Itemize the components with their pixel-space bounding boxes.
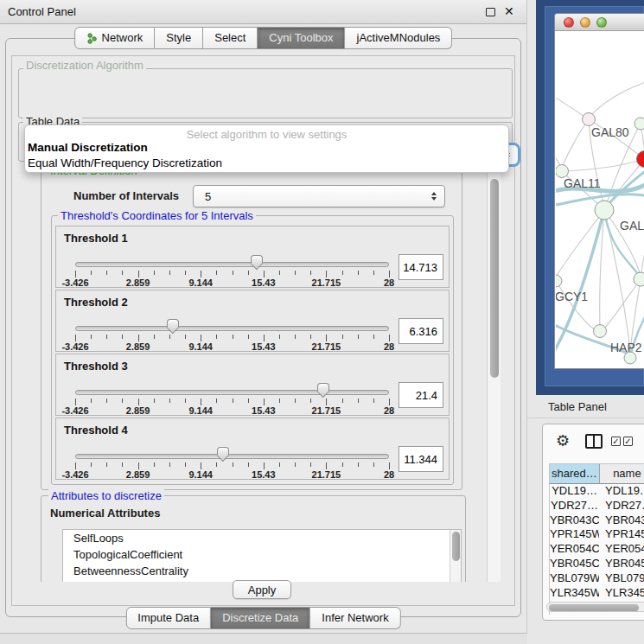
network-node[interactable]: [637, 151, 644, 168]
settings-scrollbar[interactable]: [487, 163, 501, 582]
table-cell[interactable]: YER054C: [599, 542, 644, 557]
table-panel-title: Table Panel: [548, 400, 607, 413]
network-canvas[interactable]: GAL80GACGAL11GAL4GCY1HHAP2: [556, 31, 644, 369]
table-horizontal-scrollbar[interactable]: [546, 602, 644, 612]
tab-select[interactable]: Select: [203, 27, 258, 49]
network-node[interactable]: [556, 275, 562, 287]
table-row[interactable]: YDL19…YDL19…: [550, 484, 644, 499]
table-cell[interactable]: YBR043C: [599, 513, 644, 528]
slider-track[interactable]: [75, 262, 389, 267]
network-node[interactable]: [595, 201, 614, 220]
threshold-card: Threshold 4 -3.4262.8599.14415.4321.7152…: [55, 418, 450, 480]
select-all-checkbox-icon[interactable]: ✓: [611, 437, 621, 446]
slider-tick: [169, 462, 170, 467]
float-icon[interactable]: [486, 8, 495, 16]
slider-tick-label: 15.43: [252, 405, 276, 416]
table-row[interactable]: YBR043CYBR043C: [550, 513, 644, 528]
slider-track[interactable]: [75, 326, 389, 331]
table-cell[interactable]: YPR145W: [599, 527, 644, 542]
close-icon[interactable]: ✕: [504, 4, 514, 18]
threshold-slider[interactable]: -3.4262.8599.14415.4321.71528: [75, 226, 389, 289]
table-row[interactable]: YLR345WYLR345W: [550, 586, 644, 601]
network-node[interactable]: [634, 272, 644, 286]
table-cell[interactable]: YDL19…: [599, 484, 644, 499]
threshold-value-input[interactable]: [399, 254, 443, 280]
network-edge[interactable]: [605, 279, 641, 328]
table-cell[interactable]: YDL19…: [550, 484, 599, 499]
column-header-shared-name[interactable]: shared…: [550, 464, 600, 484]
threshold-slider[interactable]: -3.4262.8599.14415.4321.71528: [75, 354, 389, 417]
slider-track[interactable]: [75, 390, 389, 395]
minimize-traffic-light-icon[interactable]: [580, 17, 590, 28]
table-cell[interactable]: YDR27…: [599, 499, 644, 513]
network-window-titlebar[interactable]: [555, 14, 644, 31]
tab-network[interactable]: Network: [74, 27, 156, 49]
table-cell[interactable]: YBR045C: [599, 557, 644, 571]
algorithm-option-manual[interactable]: Manual Discretization: [25, 140, 508, 156]
table-row[interactable]: YBL079WYBL079W: [550, 571, 644, 586]
slider-track[interactable]: [75, 454, 389, 459]
attribute-list-item[interactable]: SelfLoops: [63, 530, 461, 546]
slider-tick: [138, 271, 139, 277]
table-row[interactable]: YPR145WYPR145W: [550, 527, 644, 542]
tab-jactivemnodules[interactable]: jActiveMNodules: [346, 27, 453, 49]
table-row[interactable]: YDR27…YDR27…: [550, 499, 644, 513]
slider-tick: [233, 399, 233, 403]
table-cell[interactable]: YER054C: [550, 542, 599, 557]
tab-label: Cyni Toolbox: [269, 28, 333, 48]
tab-style[interactable]: Style: [155, 27, 203, 49]
network-node[interactable]: [624, 352, 636, 364]
close-traffic-light-icon[interactable]: [564, 17, 574, 28]
slider-thumb[interactable]: [166, 319, 180, 335]
tab-cyni-toolbox[interactable]: Cyni Toolbox: [258, 27, 345, 49]
table-row[interactable]: YER054CYER054C: [550, 542, 644, 557]
network-node[interactable]: [594, 325, 607, 338]
attributes-groupbox: Attributes to discretize Numerical Attri…: [41, 495, 466, 582]
threshold-slider[interactable]: -3.4262.8599.14415.4321.71528: [75, 290, 389, 353]
slider-tick-label: 28: [384, 277, 394, 288]
algorithm-placeholder-option[interactable]: Select algorithm to view settings: [25, 125, 508, 140]
column-header-name[interactable]: name: [600, 464, 644, 484]
table-cell[interactable]: YPR145W: [550, 527, 599, 542]
slider-tick-label: 15.43: [252, 341, 276, 352]
attributes-scrollbar[interactable]: [450, 530, 461, 582]
slider-thumb[interactable]: [216, 447, 230, 462]
column-layout-icon[interactable]: [585, 434, 603, 449]
slider-tick: [358, 462, 359, 467]
attribute-list-item[interactable]: TopologicalCoefficient: [63, 546, 461, 563]
table-cell[interactable]: YLR345W: [550, 586, 599, 601]
table-cell[interactable]: YBL079W: [550, 571, 599, 586]
table-cell[interactable]: YLR345W: [599, 586, 644, 601]
network-node[interactable]: [583, 113, 596, 126]
table-cell[interactable]: YBR045C: [550, 557, 599, 571]
network-edge[interactable]: [557, 210, 604, 276]
threshold-value-input[interactable]: [399, 382, 443, 408]
gear-icon[interactable]: ⚙: [556, 431, 570, 450]
slider-tick: [233, 271, 233, 275]
threshold-value-input[interactable]: [399, 446, 443, 472]
table-cell[interactable]: YBL079W: [599, 571, 644, 586]
network-edge[interactable]: [563, 119, 589, 166]
num-intervals-spinner[interactable]: 5: [193, 185, 445, 207]
algorithm-option-equal-width[interactable]: Equal Width/Frequency Discretization: [25, 156, 508, 171]
network-node[interactable]: [634, 118, 644, 130]
network-edge[interactable]: [590, 79, 644, 116]
zoom-traffic-light-icon[interactable]: [596, 17, 607, 28]
table-cell[interactable]: YDR27…: [550, 499, 599, 513]
slider-tick-labels: -3.4262.8599.14415.4321.71528: [75, 405, 389, 416]
slider-thumb[interactable]: [250, 255, 264, 271]
slider-tick: [295, 399, 296, 403]
tab-impute-data[interactable]: Impute Data: [125, 607, 211, 629]
slider-thumb[interactable]: [316, 383, 330, 399]
threshold-slider[interactable]: -3.4262.8599.14415.4321.71528: [75, 418, 389, 481]
tab-infer-network[interactable]: Infer Network: [310, 607, 400, 629]
threshold-value-input[interactable]: [399, 318, 443, 344]
attribute-list-item[interactable]: BetweennessCentrality: [63, 563, 461, 579]
tab-discretize-data[interactable]: Discretize Data: [211, 607, 310, 629]
apply-button[interactable]: Apply: [233, 580, 291, 599]
table-cell[interactable]: YBR043C: [550, 513, 599, 528]
network-edge[interactable]: [567, 159, 644, 171]
network-node-label: GAL4: [620, 219, 644, 233]
select-all-checkbox-icon-2[interactable]: ✓: [623, 437, 633, 446]
table-row[interactable]: YBR045CYBR045C: [550, 557, 644, 571]
